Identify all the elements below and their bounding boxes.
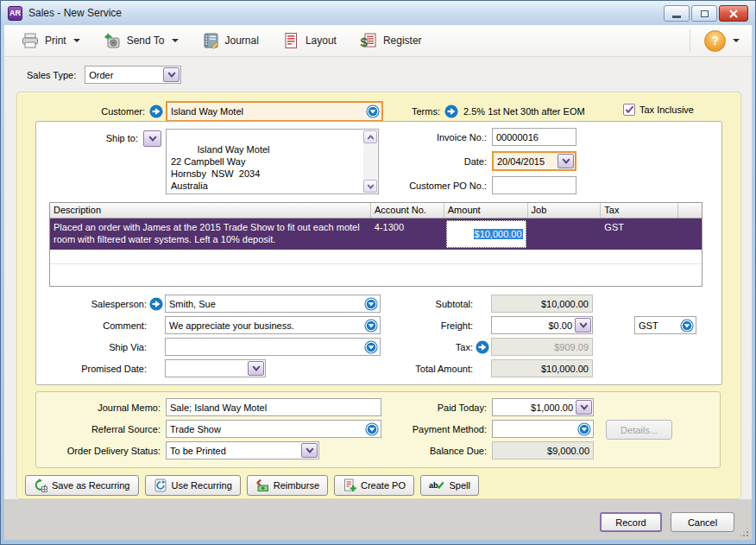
column-header-job[interactable]: Job xyxy=(528,203,602,218)
cell-amount[interactable]: $10,000.00 xyxy=(444,219,528,250)
close-button[interactable] xyxy=(719,5,748,22)
salesperson-input[interactable]: Smith, Sue xyxy=(165,295,381,313)
sales-type-select[interactable]: Order xyxy=(85,66,181,84)
ship-to-chevron-down-icon[interactable] xyxy=(143,130,161,147)
payment-fields: Paid Today: $1,000.00 Payment Method: xyxy=(368,398,594,459)
cancel-button[interactable]: Cancel xyxy=(671,512,734,532)
paid-today-input[interactable]: $1,000.00 xyxy=(492,398,594,416)
table-header: Description Account No. Amount Job Tax xyxy=(50,203,702,219)
ship-via-input[interactable] xyxy=(165,338,381,356)
column-header-amount[interactable]: Amount xyxy=(444,203,528,218)
save-as-recurring-button[interactable]: Save as Recurring xyxy=(25,475,139,496)
journal-button[interactable]: Journal xyxy=(193,29,267,53)
date-label: Date: xyxy=(295,156,487,167)
subtotal-field: $10,000.00 xyxy=(491,295,593,313)
minimize-button[interactable] xyxy=(664,5,690,22)
terms-detail-arrow-icon[interactable] xyxy=(444,105,458,118)
total-amount-field: $10,000.00 xyxy=(491,359,593,377)
freight-tax-code-select[interactable]: GST xyxy=(634,316,696,334)
journal-icon xyxy=(201,31,220,50)
column-header-account-no[interactable]: Account No. xyxy=(371,203,444,218)
cell-job[interactable] xyxy=(528,219,602,250)
layout-button[interactable]: Layout xyxy=(274,29,344,53)
subtotal-value: $10,000.00 xyxy=(541,299,589,309)
freight-chevron-icon[interactable] xyxy=(575,318,591,333)
table-row[interactable]: Placed an order with James at the 2015 T… xyxy=(50,219,702,250)
create-po-button[interactable]: Create PO xyxy=(334,475,414,496)
cell-tax[interactable]: GST xyxy=(601,219,678,250)
referral-source-input[interactable]: Trade Show xyxy=(166,420,381,438)
close-icon xyxy=(729,10,738,18)
toolbar: Print Send To xyxy=(4,25,752,57)
send-to-button[interactable]: Send To xyxy=(95,29,186,53)
totals-fields: Subtotal: $10,000.00 Freight: $0.00 xyxy=(371,295,593,377)
customer-po-input[interactable] xyxy=(492,176,576,194)
sales-type-chevron-down-icon[interactable] xyxy=(163,67,180,82)
paid-today-chevron-icon[interactable] xyxy=(576,400,592,415)
tax-label: Tax: xyxy=(371,342,473,352)
freight-tax-code-dropdown-icon[interactable] xyxy=(680,319,694,333)
sales-type-label: Sales Type: xyxy=(27,70,76,80)
order-delivery-status-select[interactable]: To be Printed xyxy=(166,441,319,459)
date-calendar-chevron-icon[interactable] xyxy=(558,154,574,168)
total-amount-value: $10,000.00 xyxy=(541,364,589,374)
promised-date-chevron-icon[interactable] xyxy=(248,361,264,376)
customer-input[interactable]: Island Way Motel xyxy=(166,101,383,122)
order-delivery-status-chevron-icon[interactable] xyxy=(301,443,318,458)
help-button[interactable]: ? xyxy=(704,30,726,52)
column-header-description[interactable]: Description xyxy=(50,203,371,218)
date-input[interactable]: 20/04/2015 xyxy=(492,151,576,171)
printer-icon xyxy=(21,31,40,50)
freight-label: Freight: xyxy=(371,320,473,331)
sales-type-row: Sales Type: Order xyxy=(27,66,181,84)
column-header-tax[interactable]: Tax xyxy=(601,203,678,218)
subtotal-label: Subtotal: xyxy=(371,299,473,309)
journal-memo-input[interactable]: Sale; Island Way Motel xyxy=(166,398,381,416)
register-icon: $ xyxy=(359,31,378,50)
reimburse-icon xyxy=(255,478,269,492)
amount-selected-text: $10,000.00 xyxy=(474,229,523,239)
svg-text:$: $ xyxy=(360,35,368,49)
terms-value: 2.5% 1st Net 30th after EOM xyxy=(463,106,585,117)
salesperson-value: Smith, Sue xyxy=(169,299,364,309)
details-button[interactable]: Details... xyxy=(606,420,672,440)
record-button[interactable]: Record xyxy=(600,512,662,532)
register-button[interactable]: $ Register xyxy=(351,29,430,53)
reimburse-button[interactable]: Reimburse xyxy=(247,475,328,496)
freight-value: $0.00 xyxy=(548,320,572,331)
table-filler xyxy=(50,264,702,286)
spell-button[interactable]: ab Spell xyxy=(420,475,479,496)
promised-date-label: Promised Date: xyxy=(36,364,147,374)
customer-detail-arrow-icon[interactable] xyxy=(149,105,163,118)
sale-info-fields: Salesperson: Smith, Sue Comment: xyxy=(36,295,381,377)
create-po-icon xyxy=(343,478,356,492)
invoice-no-input[interactable]: 00000016 xyxy=(492,128,576,146)
restore-button[interactable] xyxy=(691,5,717,22)
freight-input[interactable]: $0.00 xyxy=(491,316,593,334)
payment-method-dropdown-icon[interactable] xyxy=(577,422,591,436)
amount-edit-box[interactable]: $10,000.00 xyxy=(446,220,526,248)
footer-actions: Record Cancel xyxy=(600,512,734,532)
sales-type-value: Order xyxy=(89,70,163,80)
resize-grip[interactable] xyxy=(739,527,749,537)
cell-description[interactable]: Placed an order with James at the 2015 T… xyxy=(50,219,371,250)
recurring-actions: Save as Recurring Use Recurring xyxy=(25,475,479,496)
sale-detail-panel: Ship to: Island Way Motel 22 Campbell Wa… xyxy=(35,121,722,385)
empty-table-row[interactable] xyxy=(50,250,702,264)
tax-detail-arrow-icon[interactable] xyxy=(476,340,489,354)
help-dropdown-caret[interactable] xyxy=(733,39,740,42)
promised-date-input[interactable] xyxy=(165,359,266,377)
salesperson-label: Salesperson: xyxy=(36,299,147,309)
comment-input[interactable]: We appreciate your business. xyxy=(165,316,381,334)
cell-account-no[interactable]: 4-1300 xyxy=(371,219,444,250)
use-recurring-button[interactable]: Use Recurring xyxy=(145,475,241,496)
line-items-table: Description Account No. Amount Job Tax P… xyxy=(49,202,702,287)
invoice-no-label: Invoice No.: xyxy=(295,132,487,143)
print-button[interactable]: Print xyxy=(13,29,88,53)
check-icon xyxy=(625,105,634,114)
payment-method-input[interactable] xyxy=(492,420,594,438)
window-body: Print Send To xyxy=(4,25,752,540)
tax-inclusive-checkbox[interactable] xyxy=(623,104,635,116)
customer-po-label: Customer PO No.: xyxy=(295,181,487,191)
salesperson-detail-arrow-icon[interactable] xyxy=(149,297,163,311)
